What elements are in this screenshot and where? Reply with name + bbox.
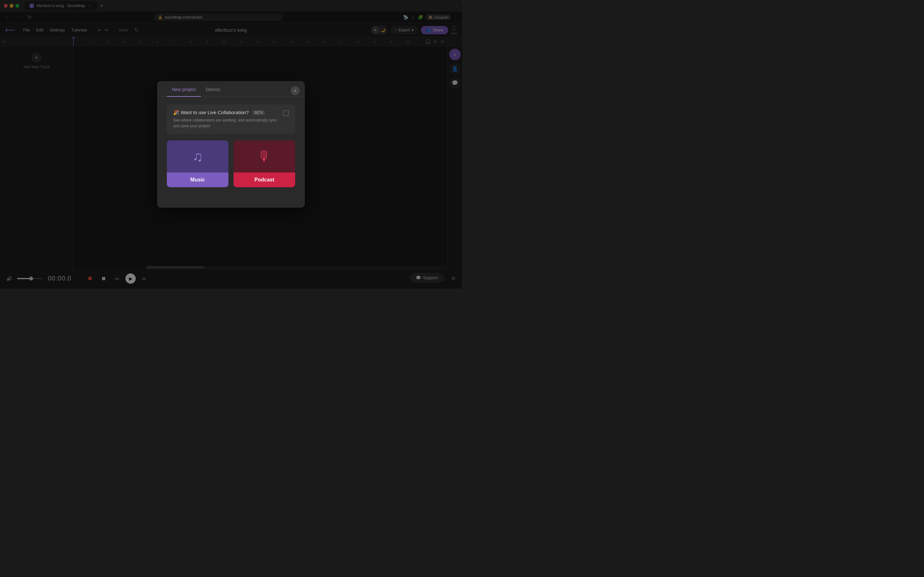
podcast-project-card[interactable]: 🎙 Podcast: [234, 140, 295, 187]
tab-demos[interactable]: Demos: [201, 81, 225, 97]
modal-body: 🎉 Want to use Live Collaboration? BETA S…: [157, 97, 305, 195]
collab-desc: See where collaborators are working, and…: [173, 117, 278, 129]
podcast-card-label: Podcast: [234, 172, 295, 187]
modal-tabs: New project Demos: [157, 81, 305, 97]
music-card-label: Music: [167, 172, 228, 187]
collab-emoji: 🎉: [173, 110, 179, 115]
new-project-modal: × New project Demos 🎉 Want to use Live C…: [157, 81, 305, 208]
music-card-icon-area: ♫: [167, 140, 228, 172]
collab-text: 🎉 Want to use Live Collaboration? BETA S…: [173, 110, 278, 129]
collab-title-text: Want to use Live Collaboration?: [181, 110, 249, 115]
microphone-icon: 🎙: [257, 148, 271, 164]
beta-badge: BETA: [252, 110, 264, 115]
project-type-cards: ♫ Music 🎙 Podcast: [167, 140, 295, 187]
modal-overlay: × New project Demos 🎉 Want to use Live C…: [0, 0, 462, 288]
tab-new-project[interactable]: New project: [167, 81, 201, 97]
collab-title: 🎉 Want to use Live Collaboration? BETA: [173, 110, 278, 115]
podcast-card-icon-area: 🎙: [234, 140, 295, 172]
music-note-icon: ♫: [192, 148, 203, 164]
modal-close-button[interactable]: ×: [291, 86, 300, 95]
collab-checkbox[interactable]: [283, 110, 289, 116]
music-project-card[interactable]: ♫ Music: [167, 140, 228, 187]
close-icon: ×: [294, 88, 296, 93]
collab-section: 🎉 Want to use Live Collaboration? BETA S…: [167, 105, 295, 134]
